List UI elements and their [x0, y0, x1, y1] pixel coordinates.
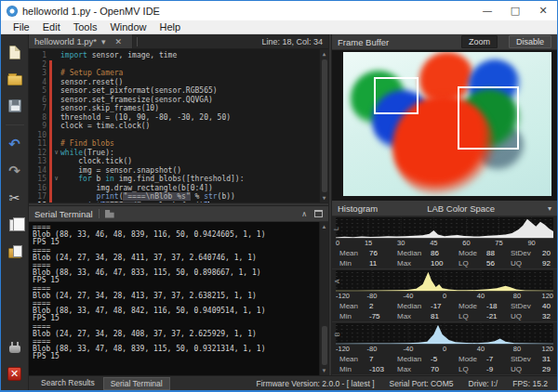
- close-button[interactable]: ✕: [529, 1, 557, 20]
- code-line: 16 img.draw_rectangle(b[0:4]): [29, 184, 319, 193]
- terminal-line: FPS 15: [33, 277, 319, 284]
- code-line: 3# Setup Camera: [29, 69, 319, 78]
- code-line: 9clock = time.clock(): [29, 122, 319, 131]
- stat-label: Max: [397, 258, 431, 268]
- stat-value: -9: [486, 364, 511, 374]
- undo-button[interactable]: ↶: [5, 134, 25, 154]
- open-file-button[interactable]: [5, 69, 25, 89]
- code-line: 15∨ for b in img.find_blobs([threshold])…: [29, 175, 319, 184]
- stat-label: Mean: [339, 354, 369, 364]
- stat-value: 86: [431, 248, 458, 258]
- detach-window-icon[interactable]: [314, 210, 323, 217]
- stat-label: Max: [397, 364, 431, 374]
- code-text: sensor.reset(): [60, 78, 123, 87]
- send-icon[interactable]: [105, 210, 114, 218]
- code-line: 12∨while(True):: [29, 149, 319, 158]
- stat-value: 88: [486, 248, 511, 258]
- line-number: 11: [29, 139, 49, 149]
- code-text: sensor.set_framesize(sensor.QQVGA): [60, 96, 213, 105]
- editor-tab[interactable]: helloworld 1.py* ▾ ✕: [29, 34, 133, 48]
- line-number: 7: [29, 104, 49, 113]
- redo-button[interactable]: ↷: [5, 161, 25, 181]
- code-line: 4sensor.reset(): [29, 78, 319, 87]
- blob-detection-rectangle: [458, 86, 519, 150]
- terminal-line: Blob (88, 33, 46, 48, 839, 116, 50, 0.94…: [33, 231, 319, 239]
- frame-buffer-header: Frame Buffer ZoomDisable: [332, 34, 557, 50]
- menu-edit[interactable]: Edit: [36, 21, 67, 33]
- terminal-scroll-up-icon[interactable]: ▲: [322, 222, 327, 231]
- minimize-button[interactable]: —: [473, 1, 501, 20]
- app-icon: [7, 6, 18, 17]
- status-bar: Search ResultsSerial Terminal Firmware V…: [29, 375, 557, 390]
- copy-button[interactable]: [5, 215, 25, 235]
- line-number: 8: [29, 113, 49, 123]
- tick-label: 45: [430, 239, 437, 247]
- code-text: # Find blobs: [60, 139, 114, 149]
- code-text: img = sensor.snapshot(): [60, 166, 181, 176]
- fold-marker: [52, 202, 60, 203]
- tick-label: 80: [513, 292, 521, 300]
- statusbar-tab-serial-terminal[interactable]: Serial Terminal: [103, 377, 170, 390]
- collapse-icon[interactable]: ∧: [301, 210, 307, 218]
- stat-value: 76: [369, 248, 397, 258]
- zoom-button[interactable]: Zoom: [461, 35, 498, 48]
- stat-value: 7: [369, 354, 397, 364]
- menu-file[interactable]: File: [7, 21, 36, 33]
- statusbar-tab-search-results[interactable]: Search Results: [34, 377, 101, 390]
- terminal-line: FPS 15: [33, 353, 319, 360]
- stat-label: StDev: [511, 354, 542, 364]
- terminal-line: Blob (88, 33, 47, 48, 839, 115, 50, 0.93…: [33, 346, 319, 353]
- fold-marker: [52, 192, 60, 202]
- stat-label: UQ: [511, 364, 542, 374]
- disable-button[interactable]: Disable: [509, 35, 551, 48]
- cut-button[interactable]: ✂: [5, 188, 25, 208]
- stat-label: Mode: [458, 354, 486, 364]
- left-toolbar: ↶↷✂✕: [1, 34, 29, 390]
- fold-marker: [52, 131, 60, 140]
- chevron-down-icon[interactable]: ▾: [544, 204, 551, 213]
- color-space-dropdown[interactable]: LAB Color Space: [378, 203, 544, 214]
- fold-marker: [52, 69, 60, 78]
- terminal-scroll-down-icon[interactable]: ▼: [322, 366, 327, 375]
- paste-button[interactable]: [5, 242, 25, 262]
- header-separator: [99, 209, 100, 218]
- fold-marker[interactable]: ∨: [52, 149, 60, 158]
- line-number: 4: [29, 78, 49, 87]
- toolbar-separator: [6, 124, 24, 125]
- stat-value: 11: [369, 258, 397, 268]
- tick-label: 120: [541, 292, 553, 300]
- code-editor[interactable]: 1import sensor, image, time23# Setup Cam…: [29, 49, 328, 203]
- channel-label: B: [334, 332, 340, 336]
- fold-marker: [52, 139, 60, 149]
- editor-scroll-thumb[interactable]: [322, 59, 327, 192]
- code-text: clock = time.clock(): [60, 122, 150, 131]
- editor-scrollbar[interactable]: ▲ ▼: [319, 49, 328, 203]
- line-number: 6: [29, 96, 49, 105]
- tick-label: -80: [367, 345, 378, 353]
- cut-icon: ✂: [9, 190, 20, 205]
- fold-marker[interactable]: ∨: [52, 175, 60, 184]
- serial-terminal-output[interactable]: ====Blob (88, 33, 46, 48, 839, 116, 50, …: [29, 222, 328, 375]
- menu-window[interactable]: Window: [103, 21, 153, 33]
- terminal-line: Blob (24, 27, 34, 28, 411, 37, 37, 2.640…: [33, 255, 319, 262]
- connect-button[interactable]: [5, 336, 25, 357]
- terminal-line: Blob (24, 27, 34, 28, 413, 37, 37, 2.638…: [33, 293, 319, 300]
- menu-help[interactable]: Help: [153, 21, 188, 33]
- code-line: 8threshold = (10, 90, -80, -30, 20, 50): [29, 113, 319, 123]
- disconnect-button[interactable]: ✕: [5, 363, 25, 384]
- maximize-button[interactable]: □: [501, 1, 529, 20]
- menu-tools[interactable]: Tools: [67, 21, 104, 33]
- line-number: 12: [29, 149, 49, 158]
- fold-marker: [52, 51, 60, 60]
- scroll-down-icon[interactable]: ▼: [323, 193, 326, 203]
- tab-dropdown-icon[interactable]: ▾: [97, 37, 111, 46]
- title-bar: helloworld 1.py - OpenMV IDE — □ ✕: [1, 1, 557, 20]
- terminal-scrollbar[interactable]: ▲ ▼: [319, 222, 328, 375]
- code-text: sensor.skip_frames(10): [60, 104, 159, 113]
- new-file-button[interactable]: [5, 42, 25, 62]
- terminal-scroll-thumb[interactable]: [322, 326, 327, 365]
- save-button[interactable]: [5, 96, 25, 116]
- axis-ticks: -120-80-4004080120: [336, 345, 553, 354]
- tab-close-icon[interactable]: ✕: [111, 37, 127, 46]
- scroll-up-icon[interactable]: ▲: [323, 49, 326, 59]
